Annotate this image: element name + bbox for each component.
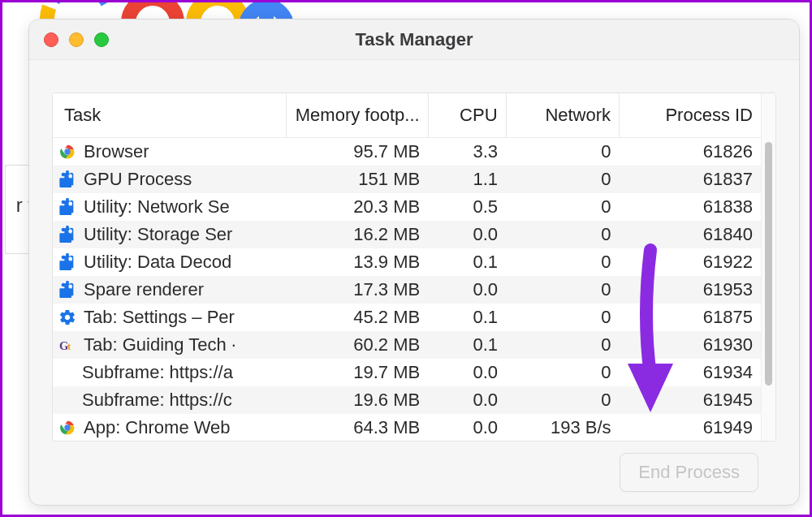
task-name: GPU Process: [84, 169, 192, 190]
cell-network: 0: [506, 138, 620, 166]
table-row[interactable]: Utility: Data Decod13.9 MB0.1061922: [53, 248, 761, 276]
cell-pid: 61953: [620, 276, 761, 304]
cell-cpu: 0.1: [428, 304, 506, 331]
cell-memory: 45.2 MB: [287, 304, 428, 331]
svg-point-8: [65, 149, 70, 154]
cell-memory: 19.6 MB: [287, 386, 428, 414]
cell-pid: 61840: [620, 221, 761, 248]
puzzle-icon: [58, 197, 77, 217]
maximize-button[interactable]: [94, 32, 109, 47]
gt-icon: G t: [58, 335, 77, 355]
task-manager-window: Task Manager Task Memory footp... CPU Ne…: [28, 19, 800, 506]
cell-pid: 61922: [620, 248, 761, 276]
cell-network: 0: [506, 331, 620, 359]
task-name: Tab: Guiding Tech ·: [84, 334, 236, 355]
task-name: Spare renderer: [84, 279, 204, 300]
cell-memory: 19.7 MB: [287, 359, 428, 386]
cell-pid: 61875: [620, 304, 761, 331]
table-row[interactable]: App: Chrome Web64.3 MB0.0193 B/s61949: [53, 414, 761, 441]
cell-cpu: 0.0: [428, 359, 506, 386]
cell-network: 0: [506, 386, 620, 414]
cell-pid: 61930: [620, 331, 761, 359]
table-row[interactable]: Tab: Settings – Per45.2 MB0.1061875: [53, 304, 761, 331]
cell-network: 0: [506, 221, 620, 248]
cell-cpu: 0.1: [428, 331, 506, 359]
cell-cpu: 0.0: [428, 386, 506, 414]
column-header-cpu[interactable]: CPU: [428, 93, 506, 138]
task-name: Utility: Data Decod: [84, 252, 231, 273]
close-button[interactable]: [44, 32, 58, 47]
cell-network: 0: [506, 276, 620, 304]
cell-network: 0: [506, 193, 620, 221]
table-row[interactable]: Spare renderer17.3 MB0.0061953: [53, 276, 761, 304]
window-title: Task Manager: [355, 29, 473, 50]
cell-pid: 61945: [620, 386, 761, 414]
cell-cpu: 1.1: [428, 166, 506, 193]
table-row[interactable]: Utility: Network Se20.3 MB0.5061838: [53, 193, 761, 221]
process-table: Task Memory footp... CPU Network Process…: [53, 93, 761, 441]
cell-cpu: 0.0: [428, 414, 506, 441]
column-header-network[interactable]: Network: [506, 93, 620, 138]
cell-memory: 60.2 MB: [287, 331, 428, 359]
cell-network: 0: [506, 248, 620, 276]
task-name: Subframe: https://c: [82, 390, 232, 411]
cell-cpu: 3.3: [428, 138, 506, 166]
cell-network: 0: [506, 304, 620, 331]
task-name: Browser: [84, 141, 149, 162]
cell-pid: 61826: [620, 138, 761, 166]
cell-network: 0: [506, 166, 620, 193]
cell-memory: 95.7 MB: [287, 138, 428, 166]
column-header-pid[interactable]: Process ID: [620, 93, 761, 138]
minimize-button[interactable]: [69, 32, 84, 47]
table-row[interactable]: Subframe: https://a19.7 MB0.0061934: [53, 359, 761, 386]
scrollbar-thumb[interactable]: [765, 142, 772, 386]
end-process-button[interactable]: End Process: [620, 453, 758, 492]
svg-point-13: [65, 425, 70, 430]
task-name: App: Chrome Web: [84, 417, 231, 438]
column-header-memory[interactable]: Memory footp...: [287, 93, 428, 138]
cell-memory: 13.9 MB: [287, 248, 428, 276]
cell-network: 0: [506, 359, 620, 386]
cell-cpu: 0.0: [428, 221, 506, 248]
puzzle-icon: [58, 170, 77, 189]
column-header-task[interactable]: Task: [53, 93, 287, 138]
traffic-lights: [44, 32, 109, 47]
cell-memory: 20.3 MB: [287, 193, 428, 221]
task-name: Utility: Storage Ser: [84, 224, 232, 245]
process-table-container: Task Memory footp... CPU Network Process…: [52, 93, 776, 442]
cell-memory: 64.3 MB: [287, 414, 428, 441]
scrollbar-track[interactable]: [761, 93, 775, 441]
cell-pid: 61934: [620, 359, 761, 386]
gear-icon: [58, 308, 77, 327]
table-row[interactable]: Subframe: https://c19.6 MB0.0061945: [53, 386, 761, 414]
task-name: Subframe: https://a: [82, 362, 233, 383]
cell-memory: 17.3 MB: [287, 276, 428, 304]
table-row[interactable]: G t Tab: Guiding Tech ·60.2 MB0.1061930: [53, 331, 761, 359]
cell-cpu: 0.1: [428, 248, 506, 276]
table-row[interactable]: GPU Process151 MB1.1061837: [53, 166, 761, 193]
cell-pid: 61837: [620, 166, 761, 193]
table-row[interactable]: Utility: Storage Ser16.2 MB0.0061840: [53, 221, 761, 248]
chrome-partial-icon: [58, 418, 77, 437]
puzzle-icon: [58, 252, 77, 272]
cell-network: 193 B/s: [506, 414, 620, 441]
cell-memory: 16.2 MB: [287, 221, 428, 248]
window-titlebar[interactable]: Task Manager: [29, 19, 799, 60]
puzzle-icon: [58, 280, 77, 299]
cell-pid: 61949: [620, 414, 761, 441]
chrome-icon: [58, 142, 77, 162]
task-name: Tab: Settings – Per: [84, 307, 235, 328]
cell-cpu: 0.5: [428, 193, 506, 221]
cell-memory: 151 MB: [287, 166, 428, 193]
svg-text:t: t: [67, 341, 71, 352]
task-name: Utility: Network Se: [84, 196, 230, 218]
table-row[interactable]: Browser95.7 MB3.3061826: [53, 138, 761, 166]
table-header-row: Task Memory footp... CPU Network Process…: [53, 93, 761, 138]
puzzle-icon: [58, 225, 77, 244]
cell-cpu: 0.0: [428, 276, 506, 304]
cell-pid: 61838: [620, 193, 761, 221]
